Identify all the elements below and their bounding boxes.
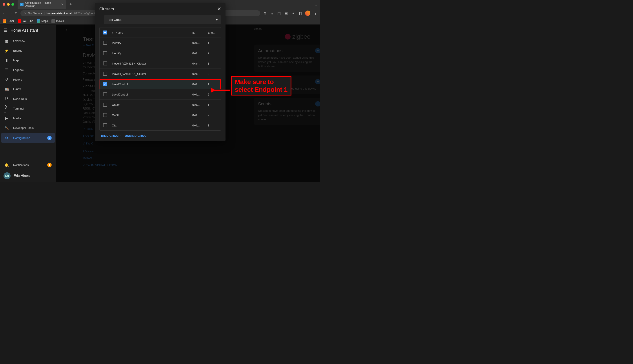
row-checkbox[interactable] bbox=[103, 92, 107, 96]
bookmark-star-icon[interactable]: ☆ bbox=[270, 11, 274, 15]
modal-title: Clusters bbox=[99, 7, 114, 12]
user-name: Eric Hines bbox=[14, 174, 30, 178]
cluster-endpoint: 2 bbox=[208, 52, 217, 55]
close-window-button[interactable] bbox=[3, 3, 5, 6]
folder-icon bbox=[51, 19, 55, 23]
gmail-icon bbox=[3, 19, 6, 23]
cluster-name: Inovelli_VZM31SN_Cluster bbox=[112, 62, 192, 65]
sidebar-item-nodered[interactable]: ⛓ Node-RED bbox=[0, 94, 56, 104]
cluster-name: OnOff bbox=[112, 114, 192, 117]
reload-button[interactable]: ⟳ bbox=[15, 11, 18, 15]
sort-arrow-icon[interactable]: ↑ bbox=[112, 31, 113, 34]
row-checkbox[interactable] bbox=[103, 51, 107, 55]
sidebar-item-history[interactable]: ↺ History bbox=[0, 75, 56, 84]
bind-group-button[interactable]: BIND GROUP bbox=[101, 134, 120, 138]
cluster-endpoint: 2 bbox=[208, 72, 217, 76]
table-row[interactable]: Identify0x0…2 bbox=[100, 48, 221, 58]
browser-tab[interactable]: ⌂ Configuration – Home Assistan ✕ bbox=[18, 0, 66, 9]
cluster-id: 0x0… bbox=[192, 124, 208, 127]
url-host: homeassistant.local bbox=[46, 12, 71, 15]
extension-1-icon[interactable]: ◫ bbox=[277, 11, 281, 15]
modal-close-button[interactable]: ✕ bbox=[217, 6, 221, 12]
profile-avatar[interactable] bbox=[305, 10, 310, 16]
cluster-name: Identify bbox=[112, 52, 192, 55]
history-icon: ↺ bbox=[5, 77, 9, 82]
kebab-menu-icon[interactable]: ⋮ bbox=[313, 11, 317, 15]
cluster-name: LevelControl bbox=[112, 82, 192, 86]
sidebar-item-configuration[interactable]: ⚙ Configuration 2 bbox=[1, 133, 55, 143]
back-button[interactable]: ← bbox=[3, 11, 6, 15]
sidebar-header: ☰ Home Assistant bbox=[0, 24, 56, 36]
share-icon[interactable]: ⇪ bbox=[263, 11, 267, 15]
sidebar: ☰ Home Assistant ▦ Overview ⚡ Energy ▮ M… bbox=[0, 24, 56, 182]
sidebar-item-notifications[interactable]: 🔔 Notifications 1 bbox=[0, 160, 56, 170]
annotation-line1: Make sure to bbox=[235, 78, 288, 86]
table-row[interactable]: LevelControl0x0…1 bbox=[100, 79, 221, 89]
user-row[interactable]: EH Eric Hines bbox=[0, 170, 56, 182]
group-dropdown[interactable]: Test Group ▾ bbox=[104, 15, 221, 24]
forward-button[interactable]: → bbox=[9, 11, 12, 15]
bookmark-maps[interactable]: Maps bbox=[37, 19, 48, 23]
sidebar-item-terminal[interactable]: ❯_ Terminal bbox=[0, 104, 56, 113]
map-marker-icon: ▮ bbox=[5, 58, 9, 62]
bookmark-inovelli[interactable]: Inovelli bbox=[51, 19, 64, 23]
table-row[interactable]: Inovelli_VZM31SN_Cluster0xfc…1 bbox=[100, 58, 221, 69]
row-checkbox[interactable] bbox=[103, 72, 107, 76]
sidebar-item-logbook[interactable]: ☰ Logbook bbox=[0, 65, 56, 75]
sidebar-item-hacs[interactable]: 🏬 HACS bbox=[0, 84, 56, 94]
maximize-window-button[interactable] bbox=[12, 3, 14, 6]
extensions-puzzle-icon[interactable]: ✦ bbox=[291, 11, 295, 15]
bookmark-youtube[interactable]: YouTube bbox=[18, 19, 33, 23]
cluster-id: 0x0… bbox=[192, 82, 208, 86]
row-checkbox[interactable] bbox=[103, 113, 107, 117]
table-header: ↑ Name ID End… bbox=[100, 28, 221, 38]
camera-icon[interactable]: ▣ bbox=[284, 11, 288, 15]
bookmark-gmail[interactable]: Gmail bbox=[3, 19, 14, 23]
cog-icon: ⚙ bbox=[5, 136, 9, 140]
hamburger-icon[interactable]: ☰ bbox=[4, 28, 8, 33]
annotation-arrow bbox=[211, 87, 231, 94]
sidebar-footer: 🔔 Notifications 1 EH Eric Hines bbox=[0, 160, 56, 182]
sidebar-item-media[interactable]: ▶ Media bbox=[0, 113, 56, 123]
column-name[interactable]: Name bbox=[116, 31, 123, 34]
not-secure-label: Not Secure bbox=[28, 12, 42, 15]
table-row[interactable]: Ota0x0…1 bbox=[100, 120, 221, 130]
table-row[interactable]: OnOff0x0…2 bbox=[100, 110, 221, 120]
table-row[interactable]: Inovelli_VZM31SN_Cluster0xfc…2 bbox=[100, 69, 221, 79]
window-controls bbox=[3, 3, 14, 6]
unbind-group-button[interactable]: UNBIND GROUP bbox=[125, 134, 149, 138]
table-row[interactable]: Identify0x0…1 bbox=[100, 38, 221, 48]
table-row[interactable]: OnOff0x0…1 bbox=[100, 100, 221, 110]
row-checkbox[interactable] bbox=[103, 82, 107, 86]
column-endpoint[interactable]: End… bbox=[208, 31, 217, 34]
minimize-window-button[interactable] bbox=[7, 3, 10, 6]
row-checkbox[interactable] bbox=[103, 41, 107, 45]
nodes-icon: ⛓ bbox=[5, 96, 9, 101]
row-checkbox[interactable] bbox=[103, 124, 107, 127]
clusters-table: ↑ Name ID End… Identify0x0…1Identify0x0…… bbox=[99, 27, 221, 131]
sidebar-item-overview[interactable]: ▦ Overview bbox=[0, 36, 56, 46]
app-title: Home Assistant bbox=[11, 28, 38, 33]
select-all-checkbox[interactable] bbox=[103, 30, 107, 34]
cluster-endpoint: 1 bbox=[208, 62, 217, 65]
table-row[interactable]: LevelControl0x0…2 bbox=[100, 89, 221, 100]
tab-title: Configuration – Home Assistan bbox=[25, 1, 59, 8]
sidebar-item-map[interactable]: ▮ Map bbox=[0, 55, 56, 65]
cluster-endpoint: 1 bbox=[208, 41, 217, 44]
tabs-dropdown-icon[interactable]: ⌄ bbox=[315, 2, 317, 6]
cluster-endpoint: 1 bbox=[208, 82, 217, 86]
cluster-id: 0x0… bbox=[192, 103, 208, 106]
cluster-name: OnOff bbox=[112, 103, 192, 106]
store-icon: 🏬 bbox=[5, 87, 9, 91]
chevron-down-icon: ▾ bbox=[216, 18, 218, 22]
config-badge: 2 bbox=[47, 136, 52, 140]
new-tab-button[interactable]: + bbox=[68, 2, 74, 7]
sidepanel-icon[interactable]: ◧ bbox=[298, 11, 302, 15]
cluster-id: 0x0… bbox=[192, 93, 208, 96]
row-checkbox[interactable] bbox=[103, 62, 107, 66]
tab-close-icon[interactable]: ✕ bbox=[61, 3, 63, 6]
column-id[interactable]: ID bbox=[192, 31, 208, 34]
sidebar-item-energy[interactable]: ⚡ Energy bbox=[0, 46, 56, 55]
sidebar-item-developer-tools[interactable]: 🔨 Developer Tools bbox=[0, 123, 56, 132]
row-checkbox[interactable] bbox=[103, 103, 107, 107]
